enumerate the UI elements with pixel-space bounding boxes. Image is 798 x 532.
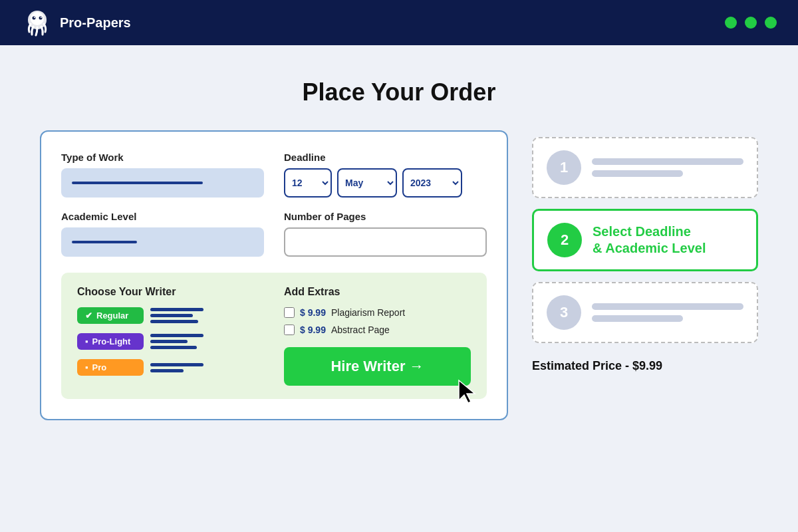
plagiarism-label: Plagiarism Report [331, 307, 405, 318]
writer-option-prolight: ▪ Pro-Light [77, 333, 264, 350]
bar [150, 314, 193, 317]
pages-label: Number of Pages [284, 211, 487, 222]
checkbox-prolight[interactable]: ▪ [85, 336, 88, 346]
deadline-month-select[interactable]: May [337, 168, 397, 198]
deadline-day-select[interactable]: 12 [284, 168, 332, 198]
extras-col: Add Extras $ 9.99 Plagiarism Report $ 9.… [284, 286, 471, 386]
plagiarism-checkbox[interactable] [284, 307, 295, 318]
bar [150, 346, 197, 349]
bar [150, 340, 188, 343]
step-card-3: 3 [532, 282, 758, 343]
deadline-row: 12 May 2023 [284, 168, 487, 198]
abstract-label: Abstract Page [331, 325, 390, 335]
step-circle-3: 3 [547, 295, 581, 330]
page-title: Place Your Order [303, 78, 496, 106]
academic-level-input[interactable] [61, 227, 264, 257]
step-line [592, 170, 683, 177]
badge-regular[interactable]: ✔ Regular [77, 307, 144, 324]
step-circle-2: 2 [547, 223, 582, 257]
content-row: Type of Work Deadline 12 May [40, 130, 758, 420]
bar [150, 334, 203, 337]
deadline-label: Deadline [284, 152, 487, 163]
bar [150, 369, 184, 372]
abstract-checkbox[interactable] [284, 325, 295, 335]
svg-point-2 [33, 17, 36, 20]
badge-prolight[interactable]: ▪ Pro-Light [77, 333, 144, 350]
checkbox-regular[interactable]: ✔ [85, 311, 92, 321]
checkbox-pro[interactable]: ▪ [85, 362, 88, 372]
step-1-lines [592, 158, 743, 177]
svg-point-4 [34, 17, 35, 18]
add-extras-title: Add Extras [284, 286, 471, 298]
sidebar: 1 2 Select Deadline& Academic Level 3 [532, 130, 758, 420]
step-line [592, 303, 743, 310]
hire-writer-container: Hire Writer → [284, 342, 471, 386]
type-of-work-field: Type of Work [61, 152, 264, 198]
dot-1 [725, 17, 737, 29]
writer-section: Choose Your Writer ✔ Regular [61, 273, 487, 399]
dot-3 [765, 17, 777, 29]
main-content: Place Your Order Type of Work Deadline 1… [0, 45, 798, 447]
hire-writer-button[interactable]: Hire Writer → [284, 347, 471, 386]
writer-option-regular: ✔ Regular [77, 307, 264, 324]
extra-abstract: $ 9.99 Abstract Page [284, 325, 471, 335]
step-line [592, 315, 683, 322]
badge-pro[interactable]: ▪ Pro [77, 359, 144, 376]
type-of-work-input[interactable] [61, 168, 264, 198]
deadline-field: Deadline 12 May 2023 [284, 152, 487, 198]
bar [150, 308, 203, 311]
step-circle-1: 1 [547, 150, 581, 185]
pages-input[interactable] [284, 227, 487, 257]
svg-point-3 [39, 17, 43, 20]
choose-writer-title: Choose Your Writer [77, 286, 264, 298]
dot-2 [745, 17, 757, 29]
academic-level-label: Academic Level [61, 211, 264, 222]
estimated-price-label: Estimated Price - [532, 359, 629, 372]
academic-level-field: Academic Level [61, 211, 264, 257]
bar [150, 320, 198, 323]
plagiarism-price: $ 9.99 [300, 307, 326, 318]
estimated-price: Estimated Price - $9.99 [532, 359, 758, 373]
step-card-2[interactable]: 2 Select Deadline& Academic Level [532, 209, 758, 271]
choose-writer-col: Choose Your Writer ✔ Regular [77, 286, 264, 386]
extra-plagiarism: $ 9.99 Plagiarism Report [284, 307, 471, 318]
writer-bars-regular [150, 308, 203, 323]
header-dots [725, 17, 777, 29]
step-line [592, 158, 743, 165]
svg-point-5 [41, 17, 42, 18]
octopus-icon [21, 7, 53, 39]
type-of-work-label: Type of Work [61, 152, 264, 163]
bar [150, 363, 203, 366]
logo: Pro-Papers [21, 7, 131, 39]
form-grid: Type of Work Deadline 12 May [61, 152, 487, 257]
step-2-text: Select Deadline& Academic Level [593, 223, 706, 257]
estimated-price-value: $9.99 [632, 359, 662, 372]
extras-content: Add Extras $ 9.99 Plagiarism Report $ 9.… [284, 286, 471, 342]
logo-text: Pro-Papers [60, 15, 131, 31]
writer-bars-prolight [150, 334, 203, 349]
pages-field: Number of Pages [284, 211, 487, 257]
header: Pro-Papers [0, 0, 798, 45]
writer-option-pro: ▪ Pro [77, 359, 264, 376]
deadline-year-select[interactable]: 2023 [402, 168, 462, 198]
abstract-price: $ 9.99 [300, 325, 326, 335]
writer-bars-pro [150, 363, 203, 372]
order-form: Type of Work Deadline 12 May [40, 130, 508, 420]
step-card-1: 1 [532, 137, 758, 198]
step-3-lines [592, 303, 743, 322]
